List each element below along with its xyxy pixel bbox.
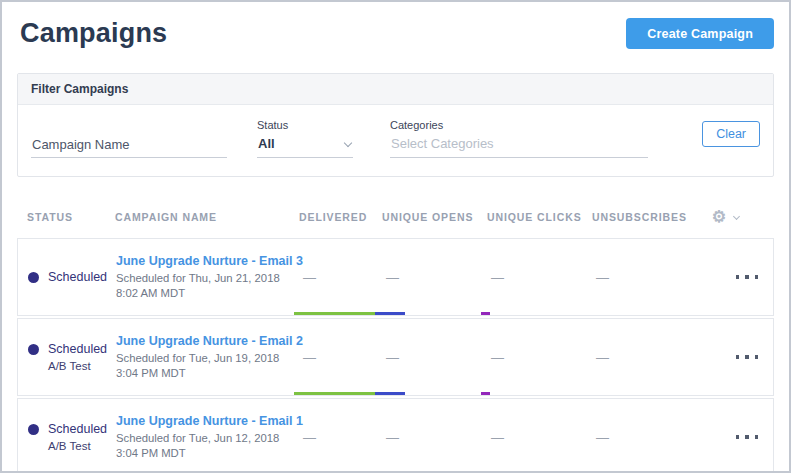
- campaign-schedule-text: Scheduled for Thu, Jun 21, 2018 8:02 AM …: [116, 271, 292, 301]
- column-delivered: Delivered: [299, 211, 382, 223]
- campaign-name-cell: June Upgrade Nurture - Email 3 Scheduled…: [116, 253, 300, 301]
- categories-select[interactable]: Select Categories: [390, 134, 648, 158]
- status-select[interactable]: All: [257, 134, 353, 158]
- row-actions-ellipsis-icon[interactable]: [734, 351, 761, 363]
- campaign-name-link[interactable]: June Upgrade Nurture - Email 2: [116, 333, 292, 350]
- delivered-value: —: [300, 270, 383, 285]
- unsubscribes-value: —: [593, 270, 703, 285]
- campaign-schedule-text: Scheduled for Tue, Jun 19, 2018 3:04 PM …: [116, 351, 292, 381]
- campaign-schedule-text: Scheduled for Tue, Jun 12, 2018 3:04 PM …: [116, 431, 292, 461]
- status-dot-icon: [28, 344, 39, 355]
- unique-clicks-value: —: [488, 270, 593, 285]
- opens-bar: [375, 312, 405, 315]
- status-dot-icon: [28, 424, 39, 435]
- campaign-name-link[interactable]: June Upgrade Nurture - Email 3: [116, 253, 292, 270]
- campaign-row: Scheduled A/B Test June Upgrade Nurture …: [17, 398, 774, 473]
- categories-placeholder: Select Categories: [391, 136, 494, 151]
- status-cell: Scheduled: [28, 269, 116, 286]
- unique-opens-value: —: [383, 350, 488, 365]
- status-sublabel: A/B Test: [48, 358, 107, 374]
- unique-clicks-value: —: [488, 350, 593, 365]
- status-cell: Scheduled A/B Test: [28, 421, 116, 454]
- categories-field-label: Categories: [390, 119, 648, 131]
- status-cell: Scheduled A/B Test: [28, 341, 116, 374]
- filter-panel: Filter Campaigns Status All Categories S…: [17, 73, 774, 177]
- campaign-name-input[interactable]: [31, 134, 227, 158]
- table-header: Status Campaign Name Delivered Unique Op…: [17, 196, 774, 238]
- actions-cell: [703, 271, 773, 283]
- table-settings: ⚙: [702, 209, 774, 225]
- chevron-down-icon: [344, 138, 352, 146]
- campaign-row: Scheduled A/B Test June Upgrade Nurture …: [17, 318, 774, 396]
- unique-clicks-value: —: [488, 430, 593, 445]
- campaigns-page: Campaigns Create Campaign Filter Campaig…: [0, 0, 791, 473]
- unsubscribes-value: —: [593, 430, 703, 445]
- opens-bar: [375, 392, 405, 395]
- delivered-bar: [294, 312, 375, 315]
- actions-cell: [703, 351, 773, 363]
- status-label: Scheduled: [48, 421, 107, 438]
- clicks-bar: [481, 312, 490, 315]
- page-title: Campaigns: [20, 18, 167, 49]
- categories-field: Categories Select Categories: [390, 119, 648, 158]
- clicks-bar: [481, 392, 490, 395]
- status-label: Scheduled: [48, 341, 107, 358]
- column-unique-clicks: Unique Clicks: [487, 211, 592, 223]
- unique-opens-value: —: [383, 270, 488, 285]
- clear-filters-button[interactable]: Clear: [702, 121, 760, 147]
- status-selected-value: All: [258, 136, 275, 151]
- gear-icon[interactable]: ⚙: [712, 209, 727, 225]
- campaign-name-field: [31, 134, 227, 158]
- column-unsubscribes: Unsubscribes: [592, 211, 702, 223]
- unique-opens-value: —: [383, 430, 488, 445]
- actions-cell: [703, 431, 773, 443]
- campaign-row: Scheduled June Upgrade Nurture - Email 3…: [17, 238, 774, 316]
- delivered-bar: [294, 392, 375, 395]
- status-dot-icon: [28, 272, 39, 283]
- row-actions-ellipsis-icon[interactable]: [734, 271, 761, 283]
- unsubscribes-value: —: [593, 350, 703, 365]
- chevron-down-icon[interactable]: [733, 212, 740, 219]
- row-actions-ellipsis-icon[interactable]: [734, 431, 761, 443]
- filter-panel-title: Filter Campaigns: [18, 74, 773, 105]
- status-field: Status All: [257, 119, 353, 158]
- status-sublabel: A/B Test: [48, 438, 107, 454]
- status-field-label: Status: [257, 119, 353, 131]
- campaign-name-cell: June Upgrade Nurture - Email 1 Scheduled…: [116, 413, 300, 461]
- page-header: Campaigns Create Campaign: [17, 18, 774, 49]
- status-label: Scheduled: [48, 269, 107, 286]
- column-campaign-name: Campaign Name: [115, 211, 299, 223]
- column-status: Status: [27, 211, 115, 223]
- campaign-name-cell: June Upgrade Nurture - Email 2 Scheduled…: [116, 333, 300, 381]
- campaign-name-link[interactable]: June Upgrade Nurture - Email 1: [116, 413, 292, 430]
- filter-panel-body: Status All Categories Select Categories …: [18, 105, 773, 176]
- delivered-value: —: [300, 350, 383, 365]
- column-unique-opens: Unique Opens: [382, 211, 487, 223]
- create-campaign-button[interactable]: Create Campaign: [626, 18, 774, 49]
- delivered-value: —: [300, 430, 383, 445]
